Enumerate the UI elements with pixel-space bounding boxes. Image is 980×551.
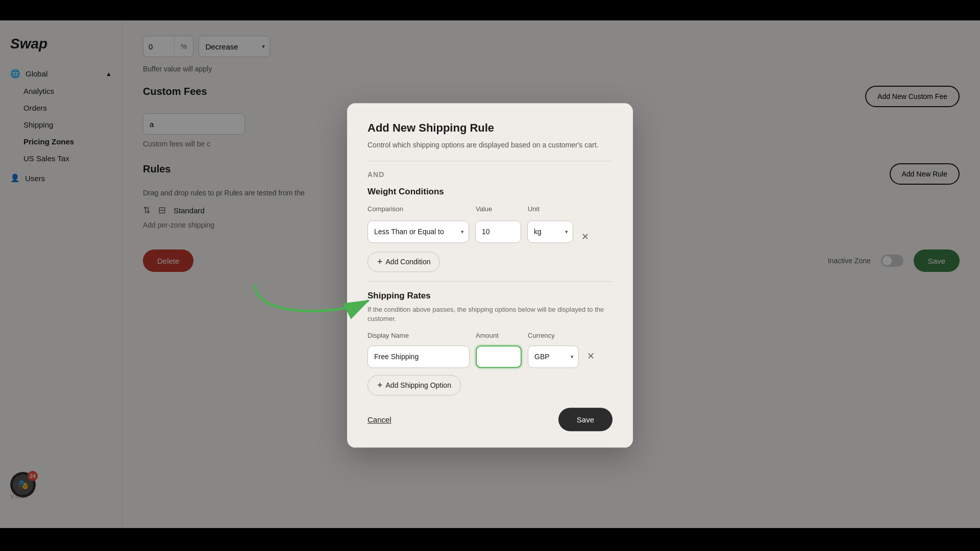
condition-row: Less Than or Equal to Greater Than or Eq… xyxy=(368,219,612,244)
comparison-select-wrapper[interactable]: Less Than or Equal to Greater Than or Eq… xyxy=(368,220,469,243)
comparison-col-label: Comparison xyxy=(368,205,470,213)
currency-select[interactable]: GBP USD EUR xyxy=(528,346,579,368)
cancel-button[interactable]: Cancel xyxy=(368,415,391,424)
display-name-col-label: Display Name xyxy=(368,332,470,340)
condition-col-labels: Comparison Value Unit xyxy=(368,205,612,216)
add-condition-button[interactable]: + Add Condition xyxy=(368,252,440,272)
shipping-rule-dialog: Add New Shipping Rule Control which ship… xyxy=(347,103,633,447)
currency-select-wrapper[interactable]: GBP USD EUR xyxy=(528,346,579,368)
unit-col-label: Unit xyxy=(528,205,574,213)
remove-shipping-option-button[interactable]: ✕ xyxy=(585,349,597,364)
remove-condition-button[interactable]: ✕ xyxy=(579,229,591,244)
currency-col-label: Currency xyxy=(528,332,574,340)
shipping-rates-divider xyxy=(368,281,612,282)
value-col-label: Value xyxy=(476,205,522,213)
add-shipping-option-button[interactable]: + Add Shipping Option xyxy=(368,375,461,396)
add-option-plus-icon: + xyxy=(377,380,383,391)
dialog-description: Control which shipping options are displ… xyxy=(368,140,612,151)
condition-value-input[interactable] xyxy=(475,220,521,243)
add-condition-label: Add Condition xyxy=(386,258,431,266)
dialog-footer: Cancel Save xyxy=(368,408,612,432)
comparison-select[interactable]: Less Than or Equal to Greater Than or Eq… xyxy=(368,220,469,243)
amount-input[interactable] xyxy=(476,346,522,368)
shipping-option-row: GBP USD EUR ✕ xyxy=(368,346,612,368)
save-dialog-button[interactable]: Save xyxy=(558,408,612,432)
shipping-option-col-labels: Display Name Amount Currency xyxy=(368,332,612,343)
display-name-input[interactable] xyxy=(368,346,470,368)
dialog-top-divider xyxy=(368,161,612,161)
and-label: AND xyxy=(368,170,612,179)
shipping-rates-title: Shipping Rates xyxy=(368,291,612,301)
amount-col-label: Amount xyxy=(476,332,522,340)
weight-conditions-title: Weight Conditions xyxy=(368,187,612,197)
add-shipping-option-label: Add Shipping Option xyxy=(386,382,451,390)
dialog-title: Add New Shipping Rule xyxy=(368,121,612,135)
unit-select[interactable]: kg lb oz xyxy=(527,220,573,243)
shipping-rates-description: If the condition above passes, the shipp… xyxy=(368,305,612,323)
unit-select-wrapper[interactable]: kg lb oz xyxy=(527,220,573,243)
add-condition-plus-icon: + xyxy=(377,257,383,267)
